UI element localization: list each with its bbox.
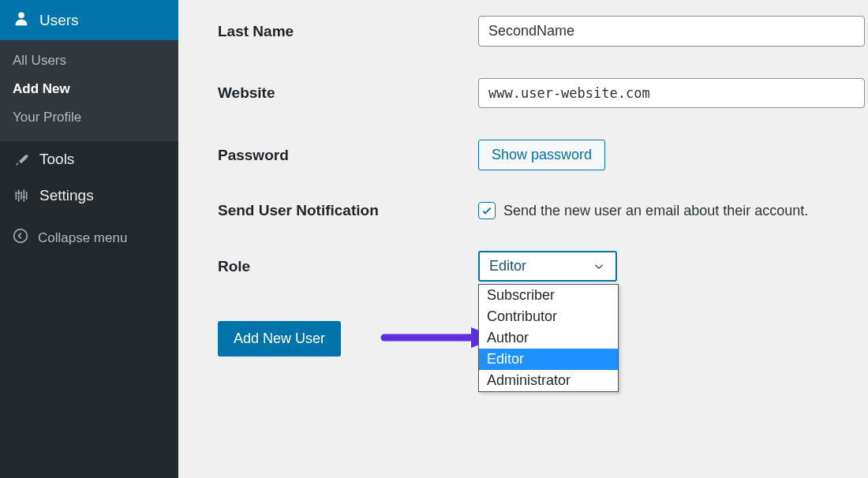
label-website: Website — [218, 84, 478, 102]
row-password: Password Show password — [218, 140, 868, 170]
svg-rect-2 — [23, 196, 25, 199]
row-notification: Send User Notification Send the new user… — [218, 202, 868, 219]
sliders-icon — [13, 187, 30, 204]
role-select-value: Editor — [489, 258, 526, 274]
label-last-name: Last Name — [218, 23, 478, 40]
role-dropdown: Subscriber Contributor Author Editor Adm… — [478, 284, 619, 392]
label-role: Role — [218, 258, 478, 275]
row-website: Website — [218, 78, 868, 108]
sidebar-label-tools: Tools — [39, 151, 74, 168]
svg-rect-1 — [17, 192, 20, 195]
add-new-user-button[interactable]: Add New User — [218, 321, 341, 357]
input-website[interactable] — [478, 78, 865, 108]
sidebar-item-settings[interactable]: Settings — [0, 177, 178, 214]
label-notification: Send User Notification — [218, 202, 478, 219]
sidebar-submenu-users: All Users Add New Your Profile — [0, 40, 178, 141]
role-option-author[interactable]: Author — [479, 327, 618, 349]
sidebar-label-users: Users — [39, 12, 79, 29]
role-option-editor[interactable]: Editor — [479, 349, 618, 370]
collapse-icon — [13, 228, 28, 248]
notification-checkbox-wrap: Send the new user an email about their a… — [478, 202, 808, 219]
sidebar-collapse-label: Collapse menu — [38, 230, 127, 246]
notification-checkbox[interactable] — [478, 202, 496, 219]
submenu-all-users[interactable]: All Users — [0, 47, 178, 75]
role-option-contributor[interactable]: Contributor — [479, 306, 618, 327]
notification-checkbox-label: Send the new user an email about their a… — [503, 203, 808, 219]
input-last-name[interactable] — [478, 16, 865, 47]
main-content: Last Name Website Password Show password… — [178, 0, 868, 478]
role-option-administrator[interactable]: Administrator — [479, 370, 618, 391]
user-icon — [13, 9, 30, 31]
role-select[interactable]: Editor Subscriber Contributor Author Edi… — [478, 251, 617, 282]
svg-point-3 — [14, 230, 28, 243]
row-last-name: Last Name — [218, 16, 868, 47]
sidebar-item-users[interactable]: Users — [0, 0, 178, 40]
wrench-icon — [13, 151, 30, 168]
svg-point-0 — [18, 12, 24, 18]
show-password-button[interactable]: Show password — [478, 140, 605, 170]
submenu-your-profile[interactable]: Your Profile — [0, 103, 178, 132]
role-option-subscriber[interactable]: Subscriber — [479, 285, 618, 306]
sidebar-label-settings: Settings — [39, 187, 94, 204]
admin-sidebar: Users All Users Add New Your Profile Too… — [0, 0, 178, 478]
sidebar-item-tools[interactable]: Tools — [0, 141, 178, 177]
label-password: Password — [218, 147, 478, 164]
sidebar-collapse[interactable]: Collapse menu — [0, 218, 178, 257]
row-role: Role Editor Subscriber Contributor Autho… — [218, 251, 868, 282]
check-icon — [481, 204, 493, 217]
submenu-add-new[interactable]: Add New — [0, 75, 178, 103]
chevron-down-icon — [592, 260, 606, 274]
